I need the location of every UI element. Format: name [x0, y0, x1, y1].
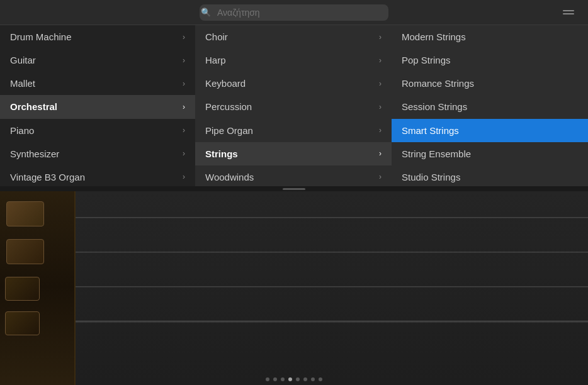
col3-item-label: Studio Strings [402, 172, 460, 182]
tuning-peg [5, 311, 40, 335]
string-line [0, 252, 588, 253]
search-bar: 🔍 [0, 0, 588, 25]
col2-item-label: Percussion [205, 101, 252, 112]
scroll-dot [273, 377, 277, 381]
col3-item-romance-strings[interactable]: Romance Strings [392, 72, 588, 95]
tuning-peg [6, 201, 44, 226]
col3-item-smart-strings[interactable]: Smart Strings [392, 119, 588, 142]
chevron-icon: › [183, 33, 185, 42]
col2-item-pipe-organ[interactable]: Pipe Organ› [195, 119, 392, 142]
col3: Modern StringsPop StringsRomance Strings… [392, 25, 588, 189]
scroll-indicator [0, 377, 588, 381]
chevron-icon: › [379, 33, 382, 42]
chevron-icon: › [183, 126, 185, 135]
scroll-dot [319, 377, 322, 381]
chevron-icon: › [379, 79, 382, 88]
col1-item-label: Orchestral [10, 101, 57, 112]
col1-item-label: Drum Machine [10, 31, 72, 42]
col1-item-label: Mallet [10, 78, 35, 89]
col2-item-label: Pipe Organ [205, 125, 253, 136]
chevron-icon: › [183, 79, 185, 88]
search-input[interactable] [200, 4, 388, 21]
col1-item-orchestral[interactable]: Orchestral› [0, 95, 195, 118]
chevron-icon: › [183, 103, 185, 111]
col1: Drum Machine›Guitar›Mallet›Orchestral›Pi… [0, 25, 195, 189]
col3-item-string-ensemble[interactable]: String Ensemble [392, 142, 588, 165]
col2-item-harp[interactable]: Harp› [195, 48, 392, 72]
scroll-dot [311, 377, 315, 381]
col1-item-guitar[interactable]: Guitar› [0, 48, 195, 72]
col3-item-label: Modern Strings [402, 31, 466, 42]
col1-item-label: Vintage B3 Organ [10, 172, 85, 182]
col1-item-drum-machine[interactable]: Drum Machine› [0, 25, 195, 48]
col3-item-pop-strings[interactable]: Pop Strings [392, 48, 588, 72]
chevron-icon: › [379, 103, 382, 111]
col1-item-piano[interactable]: Piano› [0, 119, 195, 142]
col1-item-mallet[interactable]: Mallet› [0, 72, 195, 95]
col2-item-percussion[interactable]: Percussion› [195, 95, 392, 118]
chevron-icon: › [183, 56, 185, 65]
col3-item-studio-strings[interactable]: Studio Strings [392, 165, 588, 189]
string-line [0, 287, 588, 287]
scroll-dot [296, 377, 300, 381]
col3-item-label: String Ensemble [402, 148, 471, 159]
tuning-peg [5, 277, 40, 301]
string-line [0, 322, 588, 323]
drag-handle[interactable] [0, 186, 588, 191]
col2-item-label: Keyboard [205, 78, 246, 89]
col1-item-label: Piano [10, 125, 34, 136]
chevron-icon: › [183, 149, 185, 158]
menu-overlay: Drum Machine›Guitar›Mallet›Orchestral›Pi… [0, 25, 588, 189]
col1-item-label: Synthesizer [10, 148, 59, 159]
chevron-icon: › [379, 56, 382, 65]
col1-item-label: Guitar [10, 55, 36, 65]
scroll-dot-active [288, 377, 292, 381]
col3-item-label: Romance Strings [402, 78, 474, 89]
chevron-icon: › [379, 149, 382, 158]
tuning-peg [6, 239, 44, 264]
col3-item-session-strings[interactable]: Session Strings [392, 95, 588, 118]
col2: Choir›Harp›Keyboard›Percussion›Pipe Orga… [195, 25, 392, 189]
col2-item-label: Harp [205, 55, 226, 65]
string-line [0, 321, 588, 321]
chevron-icon: › [379, 172, 382, 181]
col2-item-keyboard[interactable]: Keyboard› [195, 72, 392, 95]
col2-item-label: Woodwinds [205, 172, 254, 182]
chevron-icon: › [379, 126, 382, 135]
instrument-body [0, 189, 76, 385]
col1-item-vintage-b3-organ[interactable]: Vintage B3 Organ› [0, 165, 195, 189]
menu-button[interactable] [559, 6, 578, 18]
col2-item-woodwinds[interactable]: Woodwinds› [195, 165, 392, 189]
chevron-icon: › [183, 172, 185, 181]
string-line [0, 218, 588, 218]
scroll-dot [281, 377, 285, 381]
scroll-dot [303, 377, 307, 381]
col3-item-label: Session Strings [402, 101, 467, 112]
instrument-area [0, 189, 588, 385]
col2-item-label: Strings [205, 148, 238, 159]
col1-item-synthesizer[interactable]: Synthesizer› [0, 142, 195, 165]
scroll-dot [266, 377, 269, 381]
col3-item-label: Smart Strings [402, 125, 459, 136]
col3-item-label: Pop Strings [402, 55, 451, 65]
col2-item-choir[interactable]: Choir› [195, 25, 392, 48]
col3-item-modern-strings[interactable]: Modern Strings [392, 25, 588, 48]
col2-item-label: Choir [205, 31, 228, 42]
col2-item-strings[interactable]: Strings› [195, 142, 392, 165]
